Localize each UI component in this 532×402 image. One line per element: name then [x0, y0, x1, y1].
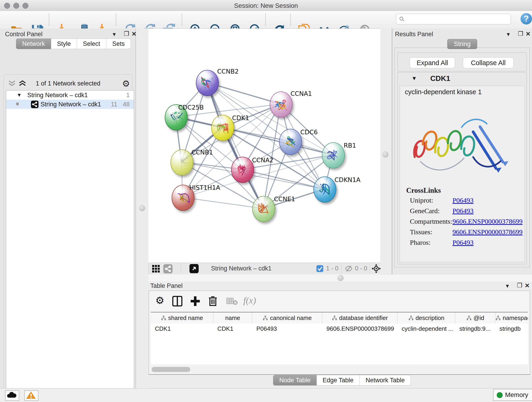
network-tree: ▼ String Network – cdk1 1 ● String Netwo… [6, 90, 134, 402]
table-settings-gear-icon[interactable]: ⚙ [155, 294, 164, 306]
crosslink-value-link[interactable]: 9606.ENSP00000378699 [452, 228, 523, 236]
splitter-grip[interactable] [139, 205, 145, 211]
window-title: Session: New Session [0, 2, 532, 9]
delete-column-icon[interactable] [208, 295, 218, 306]
edge-HIST1H1A-CCNE1[interactable] [183, 197, 263, 209]
cloud-status-button[interactable] [5, 390, 19, 401]
collapse-triangle-icon[interactable]: ▼ [412, 75, 417, 82]
search-icon [399, 16, 405, 22]
birds-eye-view-icon[interactable] [190, 264, 199, 273]
panel-menu-icon[interactable]: ▾ [506, 282, 509, 289]
protein-structure-thumbnail [256, 201, 272, 217]
network-canvas[interactable]: CCNB2CCNA1CDC25BCDK1CDC6RB1CCNB1CCNA2CDK… [148, 28, 380, 263]
node-CDC6[interactable] [279, 129, 302, 155]
tab-node-table[interactable]: Node Table [273, 375, 317, 385]
table-horizontal-scrollbar[interactable] [151, 366, 528, 373]
node-CDKN1A[interactable] [313, 177, 336, 203]
function-builder-icon: f(x) [243, 295, 256, 306]
protein-structure-thumbnail [317, 182, 333, 198]
node-CCNA1[interactable] [270, 91, 293, 118]
help-icon[interactable]: ? [520, 13, 532, 25]
search-input[interactable] [396, 14, 511, 24]
left-splitter[interactable] [136, 28, 148, 390]
node-CCNA2[interactable] [231, 157, 254, 183]
cell-database-identifier[interactable]: 9606.ENSP00000378699 [322, 323, 397, 334]
node-CCNB2[interactable] [196, 70, 219, 96]
crosslink-label: Tissues: [410, 228, 432, 236]
tab-select[interactable]: Select [77, 38, 106, 49]
panel-menu-icon[interactable]: ▾ [113, 31, 116, 38]
column-header-canonical-name[interactable]: canonical name [252, 313, 322, 323]
cell-shared-name[interactable]: CDK1 [151, 323, 213, 334]
column-header-namespace[interactable]: namespace [495, 313, 528, 323]
selected-count: 1 - 0 [326, 265, 338, 272]
crosslink-value-link[interactable]: P06493 [452, 196, 474, 204]
cell-description[interactable]: cyclin-dependent ... [398, 323, 455, 334]
panel-float-icon[interactable]: ❐ [124, 30, 129, 37]
node-label-CCNB2: CCNB2 [217, 68, 239, 75]
panel-float-icon[interactable]: ❐ [517, 282, 522, 289]
collapse-triangle-icon[interactable]: ▼ [17, 90, 22, 100]
results-panel-title: Results Panel [395, 31, 433, 38]
node-count: 11 [111, 100, 117, 109]
show-columns-icon[interactable] [172, 296, 182, 306]
fit-selected-crosshair-icon[interactable] [371, 264, 381, 274]
gene-name: CDK1 [430, 74, 450, 83]
cell-canonical-name[interactable]: P06493 [252, 323, 322, 334]
crosslink-label: GeneCard: [410, 207, 440, 215]
column-header-@id[interactable]: @id [455, 313, 495, 323]
result-card-header[interactable]: ▼ CDK1 [398, 72, 526, 85]
tab-network[interactable]: Network [16, 38, 51, 49]
protein-structure-thumbnail [175, 190, 191, 206]
selected-checkbox-icon[interactable] [317, 265, 323, 272]
panel-float-icon[interactable]: ❐ [518, 30, 523, 37]
collapse-all-button[interactable]: Collapse All [463, 57, 514, 68]
scrollbar-thumb[interactable] [152, 367, 190, 372]
panel-close-icon[interactable]: ✕ [526, 31, 531, 38]
crosslink-value-link[interactable]: P06493 [452, 207, 474, 215]
selection-status: 1 of 1 Network selected [4, 80, 132, 87]
column-header-description[interactable]: description [398, 313, 455, 323]
tab-sets[interactable]: Sets [106, 38, 131, 49]
network-row-selected[interactable]: ● String Network – cdk1 11 48 [6, 100, 134, 109]
add-column-icon[interactable] [190, 296, 200, 306]
splitter-grip[interactable] [382, 151, 389, 158]
splitter-grip[interactable] [337, 275, 344, 281]
column-label: description [416, 314, 444, 321]
cell-namespace[interactable]: stringdb [495, 323, 528, 334]
tab-network-table[interactable]: Network Table [360, 375, 411, 385]
crosslink-value-link[interactable]: 9606.ENSP00000378699 [452, 217, 523, 225]
warnings-button[interactable] [24, 390, 38, 401]
column-header-name[interactable]: name [213, 313, 252, 323]
node-CCNB1[interactable] [171, 149, 193, 176]
node-RB1[interactable] [322, 142, 345, 168]
node-CCNE1[interactable] [252, 196, 275, 222]
panel-menu-icon[interactable]: ▾ [507, 31, 510, 38]
panel-close-icon[interactable]: ✕ [525, 282, 530, 289]
node-CDK1[interactable] [211, 115, 234, 141]
column-header-shared-name[interactable]: shared name [151, 313, 213, 323]
title-bar: Session: New Session [0, 0, 532, 11]
options-gear-icon[interactable]: ⚙ [122, 79, 130, 89]
table-row[interactable]: CDK1CDK1P064939606.ENSP00000378699cyclin… [151, 323, 528, 334]
network-collection-row[interactable]: ▼ String Network – cdk1 1 [6, 90, 134, 100]
tab-string[interactable]: String [447, 39, 477, 49]
tab-edge-table[interactable]: Edge Table [317, 375, 360, 385]
node-label-CCNA1: CCNA1 [291, 90, 312, 97]
crosslink-value-link[interactable]: P06493 [452, 239, 474, 246]
node-label-CCNB1: CCNB1 [191, 149, 213, 156]
crosslink-row: Tissues:9606.ENSP00000378699 [400, 228, 525, 239]
memory-button[interactable]: Memory [493, 389, 532, 401]
right-splitter[interactable] [380, 28, 392, 274]
column-header-database-identifier[interactable]: database identifier [322, 313, 398, 323]
horizontal-splitter[interactable] [148, 274, 532, 282]
expand-all-button[interactable]: Expand All [410, 57, 455, 68]
cell-name[interactable]: CDK1 [213, 323, 252, 334]
tab-style[interactable]: Style [51, 38, 77, 49]
network-share-icon[interactable] [163, 264, 172, 274]
node-table[interactable]: shared namenamecanonical namedatabase id… [151, 312, 528, 364]
grid-view-icon[interactable] [152, 265, 160, 273]
cell-@id[interactable]: stringdb:9... [455, 323, 495, 334]
string-network-icon [31, 101, 38, 108]
crosslink-row: Uniprot:P06493 [400, 196, 525, 207]
